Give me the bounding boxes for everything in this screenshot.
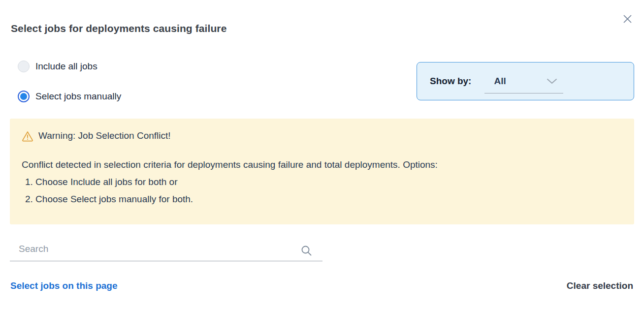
select-jobs-on-page-link[interactable]: Select jobs on this page (10, 280, 118, 291)
radio-selected-icon[interactable] (18, 91, 30, 102)
close-icon (623, 14, 632, 24)
warning-banner: Warning: Job Selection Conflict! Conflic… (10, 119, 634, 224)
select-jobs-dialog: Select jobs for deployments causing fail… (0, 0, 644, 310)
show-by-dropdown[interactable]: All (484, 76, 563, 93)
search-field (10, 240, 322, 261)
radio-unselected-icon[interactable] (18, 61, 30, 72)
warning-header: Warning: Job Selection Conflict! (22, 129, 622, 142)
warning-option-2: 2. Choose Select jobs manually for both. (22, 190, 622, 208)
radio-dot (20, 93, 27, 100)
chevron-down-icon (547, 78, 557, 84)
warning-triangle-icon (22, 130, 33, 142)
dialog-title: Select jobs for deployments causing fail… (11, 22, 226, 35)
show-by-selected-value: All (494, 76, 506, 87)
clear-selection-button[interactable]: Clear selection (567, 280, 633, 291)
close-button[interactable] (620, 12, 634, 26)
warning-title: Warning: Job Selection Conflict! (38, 129, 171, 142)
warning-message: Conflict detected in selection criteria … (22, 156, 622, 173)
show-by-panel: Show by: All (417, 62, 634, 100)
radio-select-jobs-manually-label: Select jobs manually (35, 90, 121, 103)
radio-include-all-jobs-label: Include all jobs (35, 60, 97, 73)
search-input[interactable] (10, 240, 322, 261)
show-by-label: Show by: (430, 76, 471, 87)
radio-select-jobs-manually[interactable]: Select jobs manually (18, 90, 121, 103)
warning-option-1: 1. Choose Include all jobs for both or (22, 173, 622, 190)
radio-include-all-jobs[interactable]: Include all jobs (18, 60, 97, 73)
